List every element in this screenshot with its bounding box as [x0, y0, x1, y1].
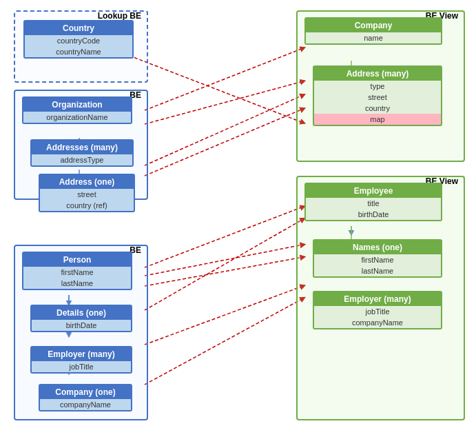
svg-line-0	[145, 48, 303, 110]
employee-view-row-title: title	[306, 198, 441, 209]
company-view-entity: Company name	[304, 17, 442, 45]
names-view-entity: Names (one) firstName lastName	[313, 239, 442, 278]
details-entity: Details (one) birthDate	[30, 305, 132, 332]
company-be-row-name: companyName	[40, 399, 131, 410]
company-view-row-name: name	[306, 32, 441, 43]
person-row-lastname: lastName	[23, 278, 131, 289]
employer-header: Employer (many)	[32, 347, 131, 361]
employer-view-header: Employer (many)	[314, 292, 441, 306]
employer-row-jobtitle: jobTitle	[32, 361, 131, 372]
employee-view-header: Employee	[306, 184, 441, 198]
address-view-row-street: street	[314, 92, 441, 103]
details-header: Details (one)	[32, 306, 131, 320]
lookup-be-label: Lookup BE	[98, 11, 141, 21]
org-row-name: organizationName	[23, 112, 131, 123]
be-bottom-section: BE Person firstName lastName Details (on…	[14, 245, 148, 420]
be-top-section: BE Organization organizationName Address…	[14, 90, 148, 200]
employee-view-entity: Employee title birthDate	[304, 183, 442, 221]
names-view-row-firstname: firstName	[314, 254, 441, 265]
svg-line-8	[145, 219, 303, 310]
be-view-top-section: BE View Company name Address (many) type…	[296, 10, 465, 162]
names-view-row-lastname: lastName	[314, 265, 441, 276]
address-view-header: Address (many)	[314, 67, 441, 81]
country-entity: Country countryCode countryName	[23, 20, 134, 59]
svg-line-2	[145, 95, 303, 165]
svg-line-10	[145, 298, 303, 385]
employer-entity: Employer (many) jobTitle	[30, 346, 132, 374]
organization-entity: Organization organizationName	[22, 96, 132, 124]
details-row-birthdate: birthDate	[32, 320, 131, 331]
addresses-many-header: Addresses (many)	[32, 141, 132, 154]
company-be-entity: Company (one) companyName	[39, 384, 132, 411]
country-row-code: countryCode	[25, 35, 132, 46]
lookup-be-section: Lookup BE Country countryCode countryNam…	[14, 10, 148, 83]
employer-view-entity: Employer (many) jobTitle companyName	[313, 291, 442, 329]
addresses-row-type: addressType	[32, 154, 132, 165]
svg-line-1	[145, 81, 303, 124]
person-entity: Person firstName lastName	[22, 252, 132, 290]
svg-line-9	[145, 286, 303, 345]
address-view-row-country: country	[314, 103, 441, 114]
person-row-firstname: firstName	[23, 267, 131, 278]
country-row-name: countryName	[25, 46, 132, 57]
svg-line-5	[145, 207, 303, 267]
address-one-header: Address (one)	[40, 175, 134, 189]
address-view-row-type: type	[314, 81, 441, 92]
address-row-street: street	[40, 189, 134, 200]
svg-line-6	[145, 245, 303, 276]
be-view-bottom-section: BE View Employee title birthDate Names (…	[296, 176, 465, 420]
person-header: Person	[23, 253, 131, 267]
employer-view-row-jobtitle: jobTitle	[314, 306, 441, 317]
address-row-country: country (ref)	[40, 200, 134, 211]
employee-view-row-birthdate: birthDate	[306, 209, 441, 220]
country-header: Country	[25, 21, 132, 35]
address-view-row-map: map	[314, 114, 441, 125]
address-one-entity: Address (one) street country (ref)	[39, 174, 135, 212]
svg-line-3	[145, 109, 303, 176]
diagram-container: Lookup BE Country countryCode countryNam…	[0, 0, 476, 448]
names-view-header: Names (one)	[314, 241, 441, 254]
organization-header: Organization	[23, 98, 131, 112]
company-be-header: Company (one)	[40, 385, 131, 399]
svg-line-7	[145, 257, 303, 286]
address-view-entity: Address (many) type street country map	[313, 65, 442, 126]
addresses-many-entity: Addresses (many) addressType	[30, 139, 134, 167]
employer-view-row-companyname: companyName	[314, 317, 441, 328]
company-view-header: Company	[306, 19, 441, 32]
